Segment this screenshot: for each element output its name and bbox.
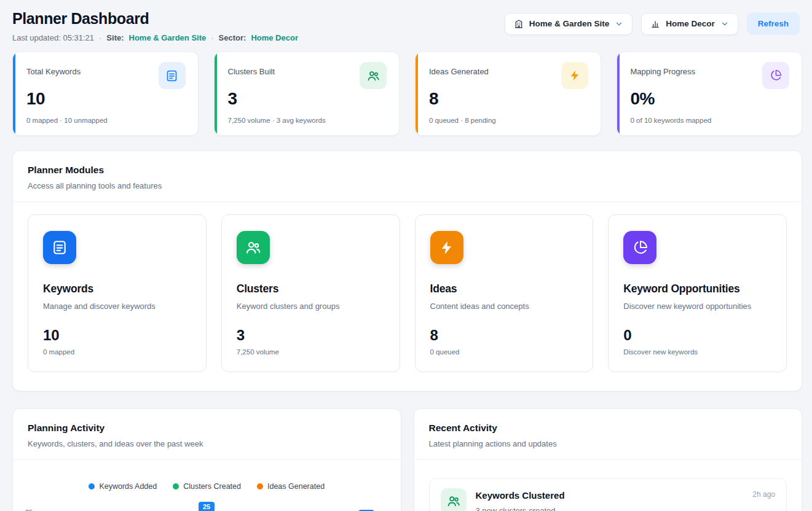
section-title: Planner Modules (28, 165, 787, 176)
recent-activity-item[interactable]: Keywords Clustered 3 new clusters create… (429, 478, 787, 511)
sector-selector-value: Home Decor (666, 19, 715, 28)
planner-modules-section: Planner Modules Access all planning tool… (12, 150, 802, 391)
header-meta-row: Last updated: 05:31:21 · Site: Home & Ga… (12, 33, 298, 42)
refresh-button[interactable]: Refresh (747, 12, 800, 35)
page-header: Planner Dashboard Last updated: 05:31:21… (12, 10, 802, 42)
meta-separator: · (211, 33, 213, 42)
site-label: Site: (106, 33, 124, 42)
planning-activity-panel: Planning Activity Keywords, clusters, an… (12, 408, 401, 511)
planning-activity-header: Planning Activity Keywords, clusters, an… (13, 409, 401, 460)
users-icon (360, 62, 387, 89)
building-icon (514, 19, 524, 29)
sector-label: Sector: (219, 33, 246, 42)
last-updated-text: Last updated: 05:31:21 (12, 33, 94, 42)
recent-activity-list: Keywords Clustered 3 new clusters create… (414, 460, 802, 511)
legend-dot-orange (257, 483, 263, 490)
stat-card-top: Ideas Generated (429, 62, 588, 89)
module-description: Keyword clusters and groups (237, 302, 385, 311)
modules-grid: Keywords Manage and discover keywords 10… (13, 202, 802, 391)
pie-chart-icon (623, 231, 656, 264)
panel-title: Planning Activity (28, 423, 386, 434)
recent-item-body: Keywords Clustered 3 new clusters create… (476, 488, 565, 511)
stat-subtext: 7,250 volume · 3 avg keywords (228, 117, 387, 124)
module-card-keywords[interactable]: Keywords Manage and discover keywords 10… (28, 214, 207, 372)
module-value: 3 (237, 327, 385, 344)
users-icon (441, 488, 467, 511)
module-title: Keyword Opportunities (623, 283, 771, 295)
legend-dot-green (173, 483, 179, 490)
site-selector-value: Home & Garden Site (529, 19, 610, 28)
stat-subtext: 0 mapped · 10 unmapped (26, 117, 186, 124)
legend-item-keywords-added: Keywords Added (89, 482, 157, 491)
module-title: Clusters (237, 283, 385, 295)
chevron-down-icon (615, 20, 623, 28)
panel-subtitle: Keywords, clusters, and ideas over the p… (28, 439, 386, 448)
sector-selector-dropdown[interactable]: Home Decor (641, 13, 738, 35)
legend-label: Keywords Added (99, 482, 157, 491)
module-subtext: 0 mapped (43, 348, 191, 356)
chevron-down-icon (720, 20, 729, 28)
stat-card-top: Mapping Progress (631, 62, 790, 89)
module-description: Discover new keyword opportunities (623, 302, 771, 311)
chart-legend: Keywords Added Clusters Created Ideas Ge… (13, 460, 401, 491)
header-left: Planner Dashboard Last updated: 05:31:21… (12, 10, 298, 42)
pie-chart-icon (762, 62, 789, 89)
module-card-keyword-opportunities[interactable]: Keyword Opportunities Discover new keywo… (608, 214, 787, 372)
module-description: Content ideas and concepts (430, 302, 578, 311)
module-subtext: 0 queued (430, 348, 578, 356)
stat-subtext: 0 queued · 8 pending (429, 117, 588, 124)
legend-dot-blue (89, 483, 95, 490)
recent-item-title: Keywords Clustered (476, 490, 565, 501)
module-value: 0 (623, 327, 771, 344)
module-card-clusters[interactable]: Clusters Keyword clusters and groups 3 7… (221, 214, 400, 372)
module-card-ideas[interactable]: Ideas Content ideas and concepts 8 0 que… (415, 214, 594, 372)
stat-subtext: 0 of 10 keywords mapped (631, 117, 790, 124)
section-subtitle: Access all planning tools and features (28, 181, 787, 190)
stats-row: Total Keywords 10 0 mapped · 10 unmapped… (12, 52, 802, 136)
legend-item-ideas-generated: Ideas Generated (257, 482, 325, 491)
module-value: 10 (43, 327, 191, 344)
stat-card-clusters-built: Clusters Built 3 7,250 volume · 3 avg ke… (214, 52, 400, 136)
stat-title: Total Keywords (26, 67, 81, 76)
document-icon (159, 62, 186, 89)
stat-value: 8 (429, 89, 588, 109)
module-title: Ideas (430, 283, 578, 295)
stat-card-total-keywords: Total Keywords 10 0 mapped · 10 unmapped (12, 52, 199, 136)
header-controls: Home & Garden Site Home Decor Refresh (505, 12, 800, 35)
data-point-label: 25 (199, 502, 215, 511)
stat-value: 0% (631, 89, 790, 109)
module-value: 8 (430, 327, 578, 344)
site-link[interactable]: Home & Garden Site (129, 33, 207, 42)
document-icon (43, 231, 76, 264)
stat-card-top: Clusters Built (228, 62, 387, 89)
lightning-icon (430, 231, 463, 264)
recent-activity-panel: Recent Activity Latest planning actions … (414, 408, 803, 511)
planner-dashboard-page: Planner Dashboard Last updated: 05:31:21… (0, 0, 812, 511)
module-subtext: 7,250 volume (237, 348, 385, 356)
bottom-row: Planning Activity Keywords, clusters, an… (12, 408, 802, 511)
recent-activity-header: Recent Activity Latest planning actions … (414, 409, 802, 460)
stat-title: Mapping Progress (631, 67, 696, 76)
stat-card-mapping-progress: Mapping Progress 0% 0 of 10 keywords map… (617, 52, 803, 136)
lightning-icon (561, 62, 588, 89)
y-axis-tick: 25 (25, 509, 33, 511)
module-title: Keywords (43, 283, 191, 295)
sector-link[interactable]: Home Decor (251, 33, 298, 42)
legend-label: Clusters Created (183, 482, 241, 491)
planning-activity-chart: 25 25 24 (23, 502, 388, 511)
bar-chart-icon (650, 19, 660, 29)
legend-item-clusters-created: Clusters Created (173, 482, 241, 491)
module-description: Manage and discover keywords (43, 302, 191, 311)
module-subtext: Discover new keywords (623, 348, 771, 356)
stat-title: Ideas Generated (429, 67, 489, 76)
stat-card-top: Total Keywords (26, 62, 186, 89)
keywords-added-area-series (44, 502, 388, 511)
recent-item-description: 3 new clusters created (476, 506, 565, 511)
site-selector-dropdown[interactable]: Home & Garden Site (505, 13, 633, 35)
legend-label: Ideas Generated (267, 482, 325, 491)
page-title: Planner Dashboard (12, 10, 298, 28)
meta-separator: · (99, 33, 101, 42)
stat-value: 3 (228, 89, 387, 109)
stat-value: 10 (26, 89, 186, 109)
stat-card-ideas-generated: Ideas Generated 8 0 queued · 8 pending (415, 52, 601, 136)
